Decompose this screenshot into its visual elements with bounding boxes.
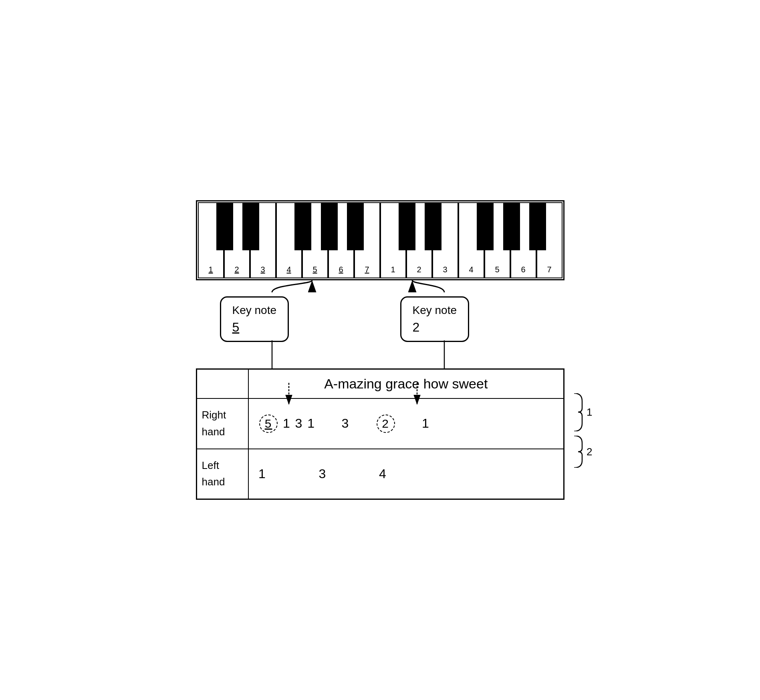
brace-right-svg [572,393,584,431]
right-hand-arrow2-svg [397,383,437,407]
key-label-3: 3 [260,265,265,274]
brace-left-svg [572,436,584,468]
black-key-10 [529,202,546,250]
black-key-7 [425,202,441,250]
black-key-1 [216,202,233,250]
key-label-13: 6 [521,265,525,274]
right-hand-row: Righthand [196,398,564,449]
black-key-8 [477,202,494,250]
main-container: 1 2 3 4 5 6 7 1 2 [160,200,601,499]
brace-left-hand: 2 [572,436,592,468]
table-section: A-mazing grace how sweet Righthand [196,368,564,499]
brace-right-hand: 1 [572,393,592,431]
key-label-8: 1 [391,265,395,274]
key-label-14: 7 [547,265,551,274]
music-table: A-mazing grace how sweet Righthand [196,368,564,499]
piano-keyboard: 1 2 3 4 5 6 7 1 2 [196,200,564,280]
black-key-2 [242,202,259,250]
left-hand-notes1: 1 [258,467,266,481]
circled-2: 2 [377,414,395,433]
black-key-6 [399,202,415,250]
left-hand-label: Lefthand [196,449,248,499]
connector-area: Key note 5 Key note 2 [196,280,564,368]
black-key-5 [347,202,364,250]
down-connector-svg [196,280,564,368]
key-label-6: 6 [339,265,343,274]
brace-left-num: 2 [587,446,592,458]
key-label-5: 5 [312,265,317,274]
key-label-9: 2 [417,265,421,274]
right-hand-label: Righthand [196,398,248,449]
key-label-10: 3 [443,265,447,274]
right-hand-notes: 1 3 1 [283,416,315,430]
key-label-11: 4 [469,265,473,274]
right-hand-arrow-svg [269,383,309,407]
circled-5: 5 [259,414,278,433]
right-hand-notes3: 1 [422,416,430,430]
piano-keys-row: 1 2 3 4 5 6 7 1 2 [198,202,562,280]
key-label-4: 4 [286,265,291,274]
key-label-7: 7 [365,265,369,274]
brace-right-num: 1 [587,406,592,418]
key-label-1: 1 [208,265,213,274]
right-hand-notes2: 3 [341,416,349,430]
left-hand-notes2: 3 [319,467,327,481]
left-hand-notes3: 4 [379,467,387,481]
left-hand-row: Lefthand 1 3 4 [196,449,564,499]
left-hand-content: 1 3 4 [248,449,564,499]
key-label-12: 5 [495,265,499,274]
black-key-4 [321,202,338,250]
black-key-3 [294,202,311,250]
black-key-9 [503,202,520,250]
title-row: A-mazing grace how sweet [196,369,564,399]
right-hand-content: 5 1 3 1 3 2 1 [248,398,564,449]
key-label-2: 2 [234,265,239,274]
